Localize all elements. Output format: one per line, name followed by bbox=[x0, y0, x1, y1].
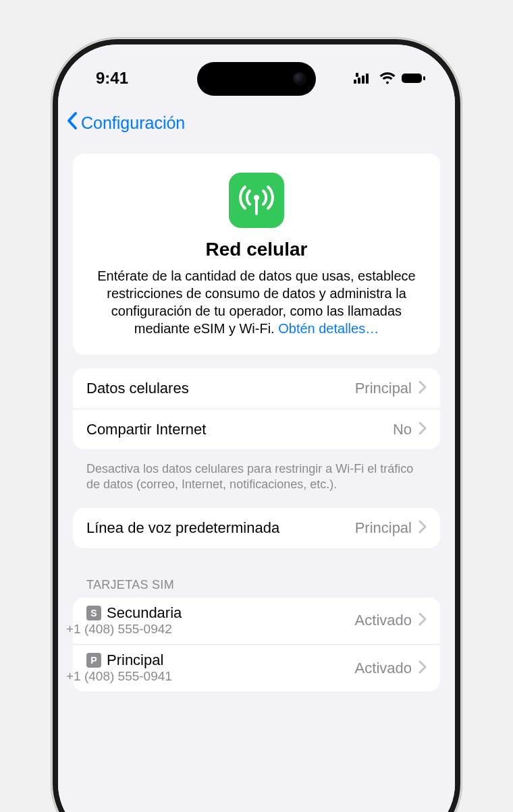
row-value: Principal bbox=[355, 519, 412, 537]
battery-icon bbox=[401, 72, 425, 84]
row-label: Línea de voz predeterminada bbox=[86, 519, 355, 537]
screen: 9:41 bbox=[58, 45, 455, 812]
sim-status: Activado bbox=[355, 660, 412, 677]
personal-hotspot-row[interactable]: Compartir Internet No bbox=[73, 409, 440, 449]
sim-name: S Secundaria bbox=[86, 604, 355, 622]
hero-description: Entérate de la cantidad de datos que usa… bbox=[89, 267, 424, 337]
svg-rect-6 bbox=[402, 74, 422, 83]
default-voice-line-row[interactable]: Línea de voz predeterminada Principal bbox=[73, 508, 440, 548]
sims-group: S Secundaria +1 (408) 555-0942 Activado … bbox=[73, 598, 440, 691]
cellular-icon bbox=[229, 173, 284, 228]
sims-section-header: TARJETAS SIM bbox=[73, 562, 440, 598]
chevron-right-icon bbox=[418, 660, 427, 676]
chevron-right-icon bbox=[418, 422, 427, 438]
back-label: Configuración bbox=[81, 113, 185, 133]
cellular-data-row[interactable]: Datos celulares Principal bbox=[73, 368, 440, 409]
svg-rect-1 bbox=[358, 78, 360, 84]
nav-bar: Configuración bbox=[58, 104, 455, 142]
status-time: 9:41 bbox=[96, 69, 128, 88]
cellular-signal-icon bbox=[354, 73, 374, 84]
chevron-left-icon bbox=[66, 111, 78, 134]
sim-row-primary[interactable]: P Principal +1 (408) 555-0941 Activado bbox=[73, 644, 440, 691]
sim-number: +1 (408) 555-0941 bbox=[66, 669, 355, 685]
wifi-icon bbox=[379, 72, 396, 84]
chevron-right-icon bbox=[418, 520, 427, 536]
dynamic-island bbox=[197, 62, 316, 96]
svg-rect-2 bbox=[362, 76, 364, 84]
row-label: Compartir Internet bbox=[86, 421, 393, 438]
sim-number: +1 (408) 555-0942 bbox=[66, 622, 355, 637]
learn-more-link[interactable]: Obtén detalles… bbox=[278, 321, 379, 336]
chevron-right-icon bbox=[418, 380, 427, 397]
row-value: Principal bbox=[355, 380, 412, 397]
data-settings-group: Datos celulares Principal Compartir Inte… bbox=[73, 368, 440, 449]
svg-rect-4 bbox=[356, 73, 358, 77]
svg-rect-7 bbox=[423, 76, 425, 80]
svg-rect-0 bbox=[354, 80, 356, 84]
sim-row-secondary[interactable]: S Secundaria +1 (408) 555-0942 Activado bbox=[73, 598, 440, 644]
status-icons bbox=[354, 72, 425, 84]
svg-rect-3 bbox=[366, 74, 369, 84]
sim-name: P Principal bbox=[86, 651, 355, 669]
sim-badge: P bbox=[86, 653, 101, 668]
sim-name-text: Principal bbox=[107, 651, 163, 669]
sim-badge: S bbox=[86, 606, 101, 620]
voice-line-group: Línea de voz predeterminada Principal bbox=[73, 508, 440, 548]
chevron-right-icon bbox=[418, 612, 427, 629]
sim-name-text: Secundaria bbox=[107, 604, 182, 622]
hero-title: Red celular bbox=[89, 239, 424, 260]
hero-card: Red celular Entérate de la cantidad de d… bbox=[73, 154, 440, 355]
sim-status: Activado bbox=[355, 612, 412, 629]
data-footer-note: Desactiva los datos celulares para restr… bbox=[73, 455, 440, 508]
phone-frame: 9:41 bbox=[53, 39, 460, 812]
back-button[interactable]: Configuración bbox=[66, 111, 185, 134]
row-label: Datos celulares bbox=[86, 380, 355, 397]
content: Red celular Entérate de la cantidad de d… bbox=[58, 142, 455, 812]
row-value: No bbox=[393, 421, 412, 438]
